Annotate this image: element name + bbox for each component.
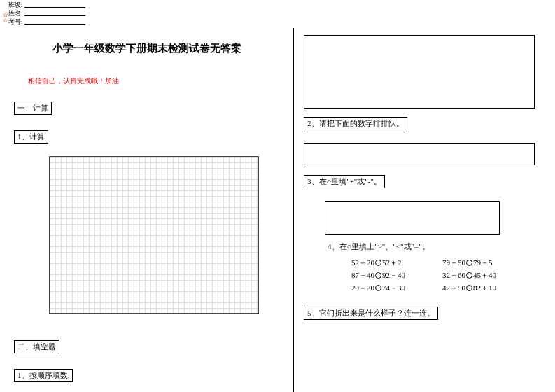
question-5: 5、它们折出来是什么样子？连一连。	[304, 307, 438, 320]
circle-blank	[375, 272, 381, 279]
circle-blank	[375, 260, 381, 266]
question-4-block: 4、在○里填上">"、"<"或"="。 52＋2052＋279－5079－587…	[328, 241, 545, 294]
exam-no-fill-line	[24, 19, 85, 24]
star-icon: ☆	[3, 17, 8, 24]
comparison-row: 87－4092－4032＋6045＋40	[351, 269, 545, 281]
question-4: 4、在○里填上">"、"<"或"="。	[328, 241, 545, 252]
section-2-heading: 二、填空题	[14, 340, 59, 354]
answer-box-q2	[304, 143, 535, 165]
name-fill-line	[24, 10, 85, 16]
comparison-right: 32＋6045＋40	[442, 269, 533, 281]
section-2-sub-1: 1、按顺序填数.	[14, 369, 73, 382]
comparison-right: 42＋5082＋10	[442, 281, 533, 294]
circle-blank	[466, 272, 472, 279]
right-column: 2、请把下面的数字排排队。 3、在○里填"+"或"-"。 4、在○里填上">"、…	[294, 28, 555, 392]
left-column: 小学一年级数学下册期末检测试卷无答案 相信自己，认真完成哦！加油 一、计算 1、…	[0, 28, 294, 392]
question-2: 2、请把下面的数字排排队。	[304, 117, 407, 130]
circle-blank	[466, 260, 472, 266]
page-title: 小学一年级数学下册期末检测试卷无答案	[14, 42, 279, 55]
comparison-row: 52＋2052＋279－5079－5	[351, 256, 545, 269]
class-label: 班级:	[8, 1, 23, 8]
circle-blank	[466, 285, 472, 291]
class-fill-line	[24, 2, 85, 8]
comparison-left: 29＋2074－30	[351, 281, 442, 294]
comparison-right: 79－5079－5	[442, 256, 533, 269]
comparison-row: 29＋2074－3042＋5082＋10	[351, 281, 545, 294]
answer-box-large	[304, 35, 535, 108]
student-info-box: 班级: 姓名: 考号:	[8, 1, 85, 27]
section-1-sub-1: 1、计算	[14, 130, 48, 144]
name-label: 姓名:	[8, 10, 23, 17]
encouragement-text: 相信自己，认真完成哦！加油	[28, 76, 279, 86]
section-1-heading: 一、计算	[14, 102, 52, 115]
exam-no-label: 考号:	[8, 18, 23, 25]
comparison-left: 87－4092－40	[351, 269, 442, 281]
page-columns: 小学一年级数学下册期末检测试卷无答案 相信自己，认真完成哦！加油 一、计算 1、…	[0, 28, 555, 392]
calculation-grid-image	[49, 156, 259, 314]
question-3: 3、在○里填"+"或"-"。	[304, 175, 385, 188]
answer-box-q3	[325, 201, 500, 234]
circle-blank	[375, 285, 381, 291]
comparison-left: 52＋2052＋2	[351, 256, 442, 269]
